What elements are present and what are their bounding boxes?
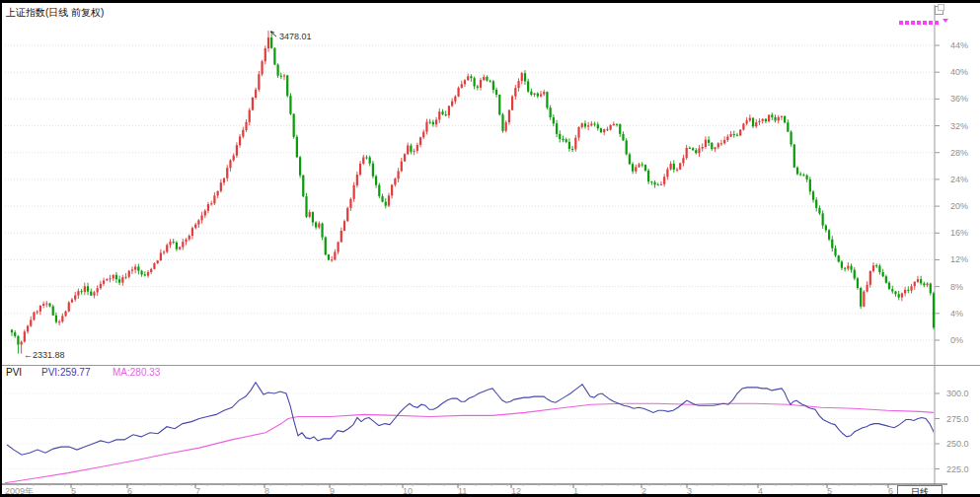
candle-body: [277, 65, 279, 76]
y-axis-tick-label: 44%: [950, 40, 968, 50]
candle-body: [414, 151, 415, 152]
candle-body: [422, 132, 424, 138]
candle-body: [375, 177, 377, 185]
candle-body: [527, 81, 529, 91]
candle-body: [210, 203, 212, 204]
candle-body: [289, 96, 291, 113]
candle-body: [574, 138, 576, 150]
candle-body: [388, 195, 390, 205]
candle-body: [521, 73, 523, 81]
candle-body: [325, 238, 327, 255]
candle-body: [508, 110, 510, 123]
candle-body: [144, 274, 146, 275]
candle-body: [331, 259, 333, 260]
candle-body: [758, 121, 760, 122]
candle-body: [33, 313, 35, 320]
candle-body: [64, 312, 66, 317]
candle-body: [755, 122, 757, 126]
candle-body: [695, 150, 697, 153]
candle-body: [622, 134, 624, 140]
candle-body: [115, 275, 117, 280]
candle-body: [828, 230, 830, 239]
candle-body: [106, 279, 108, 280]
candle-body: [365, 157, 367, 158]
candle-body: [242, 130, 244, 137]
candle-body: [207, 204, 209, 211]
x-axis-month-label: 12: [511, 486, 521, 496]
y-axis-tick-label: 275.0: [946, 414, 969, 424]
promo-caret-icon[interactable]: [942, 19, 948, 23]
y-axis-tick-label: 16%: [950, 228, 968, 238]
x-axis-month-label: 11: [458, 486, 467, 496]
candle-body: [121, 277, 123, 282]
candle-body: [157, 260, 159, 263]
indicator-name[interactable]: PVI: [6, 367, 22, 378]
candle-body: [334, 251, 336, 259]
candle-body: [77, 291, 79, 295]
candle-body: [328, 254, 330, 259]
y-axis-tick-label: 36%: [950, 94, 968, 104]
candle-body: [84, 286, 86, 292]
candle-body: [312, 212, 314, 222]
candle-body: [914, 282, 916, 286]
candle-body: [226, 168, 228, 178]
candle-body: [907, 290, 909, 291]
candle-body: [733, 134, 735, 135]
candle-body: [353, 185, 355, 199]
candle-body: [632, 164, 634, 171]
promo-banner[interactable]: [899, 21, 939, 25]
candle-body: [689, 148, 691, 149]
chart-canvas[interactable]: 44%40%36%32%28%24%20%16%12%8%4%0%300.027…: [2, 3, 980, 497]
x-axis-month-label: 7: [195, 486, 200, 496]
candle-body: [90, 292, 92, 296]
candle-body: [904, 290, 906, 294]
x-axis-month-label: 5: [827, 486, 832, 496]
candle-body: [486, 77, 488, 81]
candle-body: [194, 225, 196, 228]
candle-body: [378, 185, 380, 196]
stock-chart-window: 44%40%36%32%28%24%20%16%12%8%4%0%300.027…: [0, 0, 980, 497]
candle-body: [629, 154, 631, 164]
candle-body: [432, 122, 434, 124]
candle-body: [429, 122, 431, 123]
candle-body: [723, 140, 725, 143]
candle-body: [765, 119, 767, 121]
candle-body: [372, 164, 374, 177]
candle-body: [663, 177, 665, 183]
pvi-value-label: PVI:259.77: [41, 367, 90, 378]
candle-body: [742, 123, 744, 129]
candle-body: [657, 184, 659, 185]
candle-body: [48, 304, 50, 307]
candle-body: [204, 211, 206, 216]
candle-body: [930, 284, 932, 294]
candle-body: [550, 107, 552, 117]
candle-body: [299, 157, 301, 175]
candle-body: [793, 145, 795, 168]
candle-body: [349, 199, 351, 208]
candle-body: [581, 123, 583, 127]
y-axis-tick-label: 12%: [950, 254, 968, 264]
x-axis-month-label: 9: [330, 486, 335, 496]
candle-body: [717, 143, 719, 147]
candle-body: [11, 329, 13, 332]
candle-body: [885, 276, 887, 283]
candle-body: [606, 129, 608, 130]
candle-body: [258, 74, 260, 90]
candle-body: [182, 242, 184, 247]
candle-body: [553, 117, 555, 123]
candle-body: [441, 111, 443, 114]
x-axis-month-label: 8: [264, 486, 269, 496]
candle-body: [613, 124, 615, 125]
candle-body: [537, 94, 539, 97]
restore-window-icon[interactable]: [935, 6, 943, 15]
y-axis-tick-label: 24%: [950, 175, 968, 184]
candle-body: [280, 76, 282, 77]
candle-body: [752, 118, 754, 127]
candle-body: [160, 252, 162, 260]
candle-body: [68, 303, 70, 312]
candle-body: [517, 81, 519, 88]
candle-body: [676, 170, 678, 171]
period-selector-button[interactable]: 日线: [897, 485, 942, 497]
candle-body: [926, 284, 928, 286]
candle-body: [708, 140, 710, 143]
